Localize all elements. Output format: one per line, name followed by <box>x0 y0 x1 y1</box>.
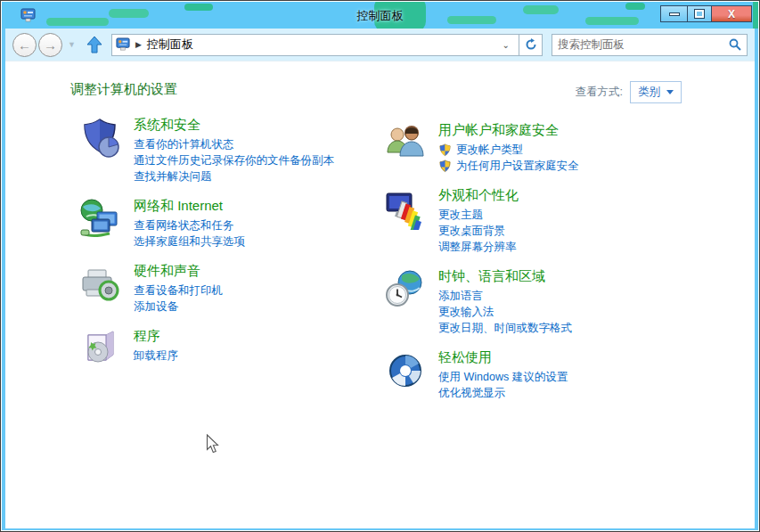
category-link[interactable]: 查看网络状态和任务 <box>134 217 245 233</box>
hardware-sound-icon[interactable] <box>79 263 122 306</box>
breadcrumb-control-panel-icon <box>116 37 130 52</box>
control-panel-home: 调整计算机的设置 查看方式: 类别 <box>5 61 755 528</box>
category-link[interactable]: 为任何用户设置家庭安全 <box>438 158 579 174</box>
address-dropdown-icon[interactable]: ⌄ <box>496 40 515 50</box>
right-column: 用户帐户和家庭安全 更改帐户类型 <box>384 122 696 414</box>
category-link[interactable]: 更改桌面背景 <box>438 223 519 239</box>
forward-button[interactable]: → <box>38 33 62 57</box>
category-link[interactable]: 查找并解决问题 <box>134 168 334 184</box>
view-by-label: 查看方式: <box>576 85 623 100</box>
breadcrumb-arrow-icon[interactable]: ▶ <box>135 40 142 49</box>
recent-pages-chevron-icon[interactable]: ▼ <box>68 40 76 49</box>
category-link[interactable]: 通过文件历史记录保存你的文件备份副本 <box>134 152 334 168</box>
category-network-internet: 网络和 Internet 查看网络状态和任务 选择家庭组和共享选项 <box>79 198 378 250</box>
page-title: 调整计算机的设置 <box>70 81 177 98</box>
mouse-cursor <box>206 434 219 454</box>
category-title[interactable]: 硬件和声音 <box>134 263 223 280</box>
search-icon[interactable] <box>729 38 741 51</box>
category-link[interactable]: 添加设备 <box>134 299 223 315</box>
titlebar[interactable]: 控制面板 X <box>2 2 758 29</box>
category-link[interactable]: 查看你的计算机状态 <box>134 136 334 152</box>
appearance-icon[interactable] <box>384 187 427 230</box>
window-frame: ← → ▼ ▶ 控制面板 ⌄ <box>2 29 758 530</box>
category-link-label: 为任何用户设置家庭安全 <box>456 158 579 174</box>
maximize-button[interactable] <box>687 5 712 22</box>
category-link[interactable]: 使用 Windows 建议的设置 <box>438 369 568 385</box>
clock-language-region-icon[interactable] <box>384 268 427 311</box>
category-user-accounts-family-safety: 用户帐户和家庭安全 更改帐户类型 <box>384 122 696 174</box>
category-link-label: 更改帐户类型 <box>456 142 523 158</box>
category-link[interactable]: 优化视觉显示 <box>438 385 568 401</box>
up-button[interactable] <box>86 36 102 53</box>
minimize-button[interactable] <box>660 5 687 22</box>
uac-shield-icon <box>438 143 452 157</box>
category-hardware-sound: 硬件和声音 查看设备和打印机 添加设备 <box>79 263 378 315</box>
back-button[interactable]: ← <box>12 33 37 57</box>
category-link[interactable]: 调整屏幕分辨率 <box>438 239 519 255</box>
control-panel-window: 控制面板 X ← → ▼ <box>0 0 760 532</box>
search-input[interactable] <box>558 38 729 51</box>
category-title[interactable]: 系统和安全 <box>134 117 334 134</box>
category-link[interactable]: 更改输入法 <box>438 304 572 320</box>
maximize-icon <box>695 10 704 18</box>
category-system-and-security: 系统和安全 查看你的计算机状态 通过文件历史记录保存你的文件备份副本 查找并解决… <box>79 117 378 184</box>
chevron-down-icon <box>666 90 674 94</box>
navigation-bar: ← → ▼ ▶ 控制面板 ⌄ <box>5 29 755 61</box>
view-by-value: 类别 <box>638 85 660 100</box>
category-title[interactable]: 轻松使用 <box>438 349 568 366</box>
category-programs: 程序 卸载程序 <box>79 328 378 371</box>
category-link[interactable]: 更改帐户类型 <box>438 142 579 158</box>
category-title[interactable]: 外观和个性化 <box>438 187 519 204</box>
category-ease-of-access: 轻松使用 使用 Windows 建议的设置 优化视觉显示 <box>384 349 696 401</box>
category-title[interactable]: 用户帐户和家庭安全 <box>438 122 579 139</box>
category-link[interactable]: 更改主题 <box>438 207 519 223</box>
view-by-control: 查看方式: 类别 <box>576 81 682 103</box>
close-button[interactable]: X <box>712 5 752 22</box>
view-by-dropdown[interactable]: 类别 <box>630 81 682 103</box>
category-link[interactable]: 添加语言 <box>438 288 572 304</box>
refresh-button[interactable] <box>519 34 543 56</box>
uac-shield-icon <box>438 160 452 173</box>
breadcrumb[interactable]: 控制面板 <box>147 37 496 53</box>
category-appearance-personalization: 外观和个性化 更改主题 更改桌面背景 调整屏幕分辨率 <box>384 187 696 255</box>
category-title[interactable]: 程序 <box>134 328 178 345</box>
user-accounts-icon[interactable] <box>384 122 427 165</box>
category-title[interactable]: 时钟、语言和区域 <box>438 268 572 285</box>
ease-of-access-icon[interactable] <box>384 349 427 392</box>
programs-icon[interactable] <box>79 328 122 371</box>
left-column: 系统和安全 查看你的计算机状态 通过文件历史记录保存你的文件备份副本 查找并解决… <box>79 117 378 384</box>
network-internet-icon[interactable] <box>79 198 122 241</box>
category-link[interactable]: 查看设备和打印机 <box>134 282 223 299</box>
category-link[interactable]: 更改日期、时间或数字格式 <box>438 320 572 336</box>
category-link[interactable]: 卸载程序 <box>134 348 178 364</box>
address-bar[interactable]: ▶ 控制面板 ⌄ <box>111 34 519 56</box>
category-clock-language-region: 时钟、语言和区域 添加语言 更改输入法 更改日期、时间或数字格式 <box>384 268 696 336</box>
system-security-icon[interactable] <box>79 117 122 160</box>
category-link[interactable]: 选择家庭组和共享选项 <box>134 233 245 250</box>
search-box[interactable] <box>552 34 748 56</box>
window-title: 控制面板 <box>2 8 758 24</box>
category-title[interactable]: 网络和 Internet <box>134 198 245 215</box>
refresh-icon <box>525 38 537 51</box>
minimize-icon <box>669 12 680 16</box>
